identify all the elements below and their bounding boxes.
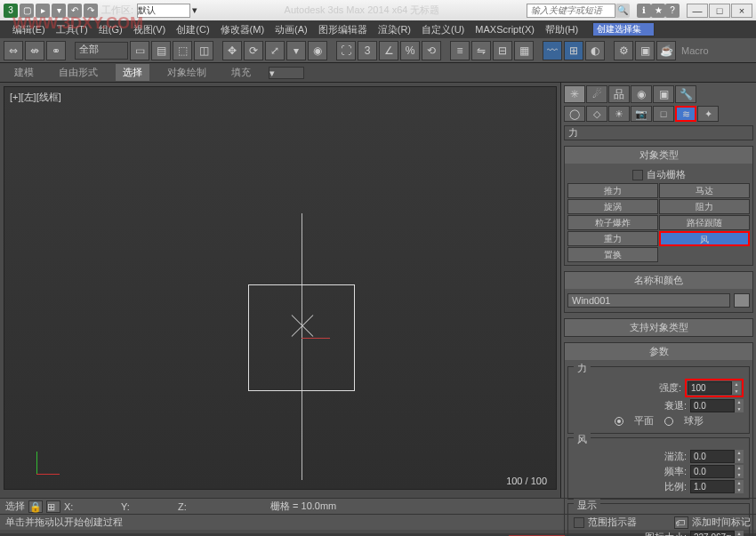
link-icon[interactable]: ⇔ xyxy=(4,41,23,60)
select-name-icon[interactable]: ▤ xyxy=(151,41,171,60)
sub-systems-icon[interactable]: ✦ xyxy=(697,106,719,122)
close-button[interactable]: × xyxy=(731,4,752,18)
obj-drag[interactable]: 阻力 xyxy=(659,199,750,214)
frequency-spinner[interactable]: ▲▼ xyxy=(690,465,744,478)
workspace-select[interactable] xyxy=(137,4,190,18)
decay-spinner[interactable]: ▲▼ xyxy=(690,399,744,412)
tab-populate[interactable]: 填充 xyxy=(224,64,258,81)
render-setup-icon[interactable]: ⚙ xyxy=(614,41,633,60)
pivot-icon[interactable]: ◉ xyxy=(308,41,327,60)
snap-icon[interactable]: 3 xyxy=(358,41,377,60)
obj-pathfollow[interactable]: 路径跟随 xyxy=(659,215,750,230)
viewport[interactable]: [+][左][线框] 100 / 100 xyxy=(4,86,557,490)
autogrid-checkbox[interactable] xyxy=(632,170,643,180)
category-dropdown[interactable]: 力 xyxy=(564,125,753,140)
sub-helpers-icon[interactable]: □ xyxy=(653,106,674,122)
sub-geometry-icon[interactable]: ◯ xyxy=(564,106,585,122)
manip-icon[interactable]: ⛶ xyxy=(336,41,356,60)
tab-selection[interactable]: 选择 xyxy=(116,64,149,81)
selection-filter[interactable]: 全部 xyxy=(75,42,128,60)
scale-icon[interactable]: ⤢ xyxy=(265,41,285,60)
obj-vortex[interactable]: 旋涡 xyxy=(567,199,658,214)
group-force: 力 xyxy=(574,362,591,375)
sub-shapes-icon[interactable]: ◇ xyxy=(586,106,607,122)
menu-item[interactable]: MAXScript(X) xyxy=(470,22,540,36)
obj-motor[interactable]: 马达 xyxy=(659,183,750,198)
unlink-icon[interactable]: ⇎ xyxy=(25,41,44,60)
menu-item[interactable]: 自定义(U) xyxy=(416,21,470,38)
radio-spherical[interactable] xyxy=(664,417,673,426)
angle-snap-icon[interactable]: ∠ xyxy=(379,41,398,60)
turbulence-spinner[interactable]: ▲▼ xyxy=(690,450,744,463)
menu-item[interactable]: 帮助(H) xyxy=(540,21,583,38)
tab-modify-icon[interactable]: ☄ xyxy=(586,85,607,103)
tab-paint[interactable]: 对象绘制 xyxy=(160,64,213,81)
macro-label: Macro xyxy=(681,45,709,56)
spinner-snap-icon[interactable]: ⟲ xyxy=(422,41,441,60)
rollout-header[interactable]: 对象类型 xyxy=(565,147,752,164)
bind-icon[interactable]: ⚭ xyxy=(46,41,66,60)
render-icon[interactable]: ☕ xyxy=(656,41,676,60)
rollout-header[interactable]: 支持对象类型 xyxy=(565,319,752,336)
selection-set-dropdown[interactable]: 创建选择集 xyxy=(592,22,655,36)
select-icon[interactable]: ▭ xyxy=(130,41,149,60)
object-color-swatch[interactable] xyxy=(734,293,750,308)
sub-lights-icon[interactable]: ☀ xyxy=(608,106,630,122)
axis-gizmo xyxy=(28,448,63,484)
menu-item[interactable]: 图形编辑器 xyxy=(313,21,373,38)
obj-push[interactable]: 推力 xyxy=(567,183,658,198)
rollout-header[interactable]: 参数 xyxy=(565,343,752,360)
window-cross-icon[interactable]: ◫ xyxy=(194,41,213,60)
search-icon[interactable]: 🔍 xyxy=(615,4,630,18)
rollout-header[interactable]: 名称和颜色 xyxy=(565,272,752,289)
curve-editor-icon[interactable]: 〰 xyxy=(543,41,562,60)
star-icon[interactable]: ★ xyxy=(651,4,665,18)
scale-spinner[interactable]: ▲▼ xyxy=(690,480,744,493)
obj-wind[interactable]: 风 xyxy=(659,231,750,246)
layer-icon[interactable]: ▦ xyxy=(514,41,534,60)
menu-item[interactable]: 动画(A) xyxy=(269,21,313,38)
timetag-icon[interactable]: 🏷 xyxy=(674,516,688,529)
menu-item[interactable]: 创建(C) xyxy=(171,21,214,38)
command-panel: ✳ ☄ 品 ◉ ▣ 🔧 ◯ ◇ ☀ 📷 □ ≋ ✦ 力 对象类型 自动栅格 推力… xyxy=(560,83,756,498)
maximize-button[interactable]: □ xyxy=(709,4,730,18)
mirror-icon[interactable]: ⇋ xyxy=(471,41,491,60)
obj-pbomb[interactable]: 粒子爆炸 xyxy=(567,215,658,230)
rotate-icon[interactable]: ⟳ xyxy=(244,41,263,60)
move-icon[interactable]: ✥ xyxy=(222,41,242,60)
wind-object[interactable] xyxy=(239,276,364,400)
tab-modeling[interactable]: 建模 xyxy=(7,64,41,81)
abs-icon[interactable]: ⊞ xyxy=(46,500,60,513)
object-name-input[interactable] xyxy=(567,293,730,308)
select-rect-icon[interactable]: ⬚ xyxy=(173,41,192,60)
viewport-label[interactable]: [+][左][线框] xyxy=(10,91,61,104)
render-frame-icon[interactable]: ▣ xyxy=(635,41,655,60)
menu-item[interactable]: 修改器(M) xyxy=(215,21,270,38)
lock-sel-icon[interactable]: 🔒 xyxy=(28,500,43,513)
search-input[interactable] xyxy=(527,4,615,18)
tab-freeform[interactable]: 自由形式 xyxy=(52,64,105,81)
minimize-button[interactable]: — xyxy=(687,4,708,18)
tab-utilities-icon[interactable]: 🔧 xyxy=(675,85,696,103)
obj-displace[interactable]: 置换 xyxy=(567,247,658,262)
tab-display-icon[interactable]: ▣ xyxy=(653,85,674,103)
schematic-icon[interactable]: ⊞ xyxy=(564,41,583,60)
ref-coord-icon[interactable]: ▾ xyxy=(286,41,306,60)
sub-cameras-icon[interactable]: 📷 xyxy=(631,106,652,122)
radio-planar[interactable] xyxy=(615,417,623,426)
named-sel-icon[interactable]: ≡ xyxy=(450,41,470,60)
help-icon[interactable]: ? xyxy=(665,4,680,18)
info-icon[interactable]: ℹ xyxy=(637,4,651,18)
sub-spacewarps-icon[interactable]: ≋ xyxy=(675,106,696,122)
strength-spinner[interactable]: ▲▼ xyxy=(685,379,744,397)
tab-motion-icon[interactable]: ◉ xyxy=(631,85,652,103)
ribbon-dropdown[interactable]: ▾ xyxy=(269,67,304,79)
tab-hierarchy-icon[interactable]: 品 xyxy=(608,85,630,103)
percent-snap-icon[interactable]: % xyxy=(400,41,420,60)
tab-create-icon[interactable]: ✳ xyxy=(564,85,585,103)
group-wind: 风 xyxy=(574,433,591,446)
material-icon[interactable]: ◐ xyxy=(585,41,605,60)
align-icon[interactable]: ⊟ xyxy=(493,41,512,60)
obj-gravity[interactable]: 重力 xyxy=(567,231,658,246)
menu-item[interactable]: 渲染(R) xyxy=(373,21,416,38)
